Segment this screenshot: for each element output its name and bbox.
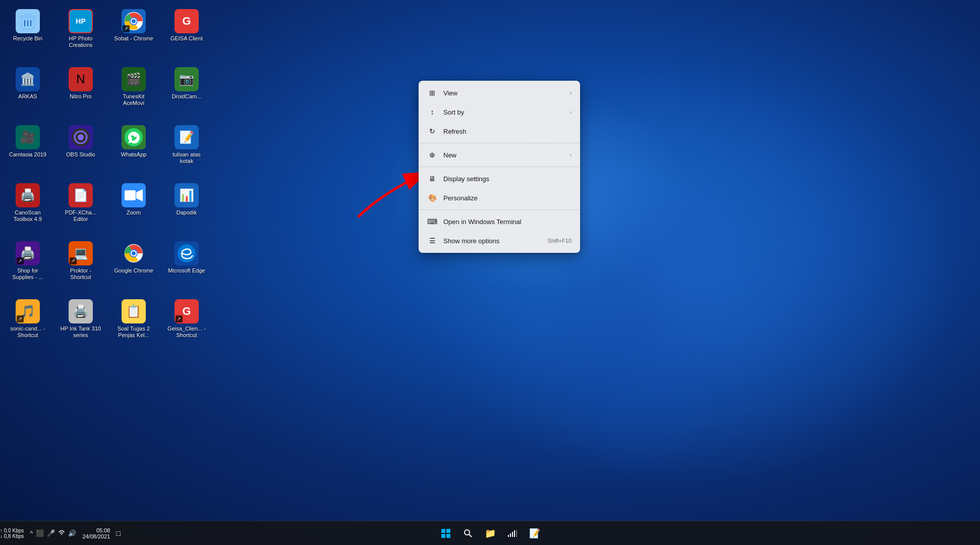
menu-chevron-view: › [570,90,571,96]
svg-rect-34 [516,530,517,537]
svg-line-29 [469,534,472,537]
desktop-icon-hp-photo[interactable]: HPHP Photo Creations [58,5,103,61]
icon-label-arkas: ARKAS [18,93,37,100]
tray-expand[interactable]: ^ [30,529,33,537]
icon-label-camtasia: Camtasia 2019 [9,151,46,158]
desktop-icon-hp-ink[interactable]: 🖨️HP Ink Tank 310 series [58,295,103,351]
desktop-icon-tuneskit[interactable]: 🎬TunesKit AceMovi [111,63,156,119]
notes-button[interactable]: 📝 [525,523,545,543]
desktop-icon-google-chrome[interactable]: Google Chrome [111,237,156,293]
mic-icon[interactable]: 🎤 [47,529,55,537]
menu-label-new: New [443,151,564,159]
svg-rect-5 [25,14,31,16]
time: 05:08 [96,527,110,533]
icon-label-google-chrome: Google Chrome [114,267,153,274]
desktop-icon-camtasia[interactable]: 🎥Camtasia 2019 [5,121,50,177]
desktop-icon-geisa-client[interactable]: GGEISA Client [164,5,209,61]
svg-rect-15 [125,190,136,200]
menu-icon-personalize: 🎨 [427,193,437,203]
icon-label-sobat-chrome: Sobat - Chrome [114,35,153,42]
desktop-icon-droidcam[interactable]: 📷DroidCam... [164,63,209,119]
notification-icon[interactable]: □ [116,529,120,537]
clock[interactable]: 05:08 24/08/2021 [80,527,112,539]
file-explorer-button[interactable]: 📁 [480,523,500,543]
menu-label-show-more: Show more options [443,237,542,245]
network-button[interactable] [502,523,523,543]
desktop-icon-tulisan[interactable]: 📝tulisan atas kotak [164,121,209,177]
icon-label-pdfxcha: PDF-XCha... Editor [60,209,101,223]
antivirus-icon: ⬛ [36,529,44,537]
menu-chevron-sort-by: › [570,110,571,115]
menu-icon-open-terminal: ⌨ [427,216,437,227]
icon-label-hp-ink: HP Ink Tank 310 series [60,325,101,339]
desktop-icon-pdfxcha[interactable]: 📄PDF-XCha... Editor [58,179,103,235]
menu-item-personalize[interactable]: 🎨Personalize [419,188,580,207]
system-tray[interactable]: ^ ⬛ 🎤 🔊 [30,529,76,537]
menu-label-open-terminal: Open in Windows Terminal [443,218,571,226]
desktop-icon-obs-studio[interactable]: OBS Studio [58,121,103,177]
svg-rect-31 [510,533,511,537]
menu-chevron-new: › [570,152,571,158]
network-speed: ↑ 0,0 Kbps ↓ 0,8 Kbps [0,528,24,539]
icon-label-geisa-client: GEISA Client [170,35,203,42]
icon-label-whatsapp: WhatsApp [121,151,147,158]
menu-item-refresh[interactable]: ↻Refresh [419,122,580,141]
menu-item-sort-by[interactable]: ↕Sort by› [419,102,580,122]
desktop-icon-whatsapp[interactable]: WhatsApp [111,121,156,177]
desktop-icon-proktor[interactable]: 💻↗Proktor - Shortcut [58,237,103,293]
menu-item-new[interactable]: ⊕New› [419,145,580,165]
desktop-icons-grid: Recycle BinHPHP Photo Creations ↗Sobat -… [0,0,219,356]
network-speed-down: ↓ 0,8 Kbps [0,533,24,539]
menu-item-open-terminal[interactable]: ⌨Open in Windows Terminal [419,212,580,231]
start-button[interactable] [436,523,456,543]
desktop-icon-ms-edge[interactable]: Microsoft Edge [164,237,209,293]
context-menu: ⊞View›↕Sort by›↻Refresh⊕New›🖥Display set… [419,81,580,253]
shortcut-arrow-indicator: ↗ [176,315,183,322]
shortcut-arrow-indicator: ↗ [17,257,24,264]
menu-item-show-more[interactable]: ☰Show more optionsShift+F10 [419,231,580,250]
menu-icon-show-more: ☰ [427,236,437,246]
desktop-icon-soal-tugas[interactable]: 📋Soal Tugas 2 Penjas Kel... [111,295,156,351]
menu-icon-refresh: ↻ [427,126,437,136]
menu-item-display-settings[interactable]: 🖥Display settings [419,169,580,188]
desktop-icon-canoscan[interactable]: 🖨️CanoScan Toolbox 4.9 [5,179,50,235]
icon-label-zoom: Zoom [127,209,141,216]
icon-label-geisa-client2: Geisa_Clien... - Shortcut [166,325,207,339]
menu-label-personalize: Personalize [443,194,571,202]
icon-label-recycle-bin: Recycle Bin [13,35,42,42]
search-button[interactable] [458,523,478,543]
volume-icon[interactable]: 🔊 [68,529,76,537]
menu-icon-new: ⊕ [427,150,437,160]
desktop-icon-shop-supplies[interactable]: 🖨️↗Shop for Supplies - ... [5,237,50,293]
menu-icon-view: ⊞ [427,88,437,98]
svg-point-21 [132,251,136,255]
shortcut-arrow-indicator: ↗ [17,315,24,322]
menu-icon-sort-by: ↕ [427,107,437,117]
icon-label-shop-supplies: Shop for Supplies - ... [7,267,48,281]
menu-divider [419,143,580,143]
svg-rect-24 [441,529,445,533]
menu-label-sort-by: Sort by [443,108,564,116]
desktop-icon-nitro-pro[interactable]: NNitro Pro [58,63,103,119]
desktop-icon-dapodik[interactable]: 📊Dapodik [164,179,209,235]
desktop-icon-sobat-chrome[interactable]: ↗Sobat - Chrome [111,5,156,61]
taskbar-center: 📁 📝 [436,523,545,543]
menu-label-view: View [443,89,564,97]
taskbar: 📁 📝 ↑ 0,0 Kbps ↓ 0,8 Kbps ^ ⬛ 🎤 [0,521,980,545]
desktop-icon-recycle-bin[interactable]: Recycle Bin [5,5,50,61]
icon-label-proktor: Proktor - Shortcut [60,267,101,281]
desktop-icon-sonic-cand[interactable]: 🎵↗sonic-cand... - Shortcut [5,295,50,351]
desktop-icon-geisa-client2[interactable]: G↗Geisa_Clien... - Shortcut [164,295,209,351]
svg-point-28 [465,530,470,535]
svg-point-22 [178,244,196,262]
icon-label-canoscan: CanoScan Toolbox 4.9 [7,209,48,223]
svg-rect-26 [441,534,445,538]
icon-label-hp-photo: HP Photo Creations [60,35,101,48]
menu-item-view[interactable]: ⊞View› [419,83,580,102]
desktop-icon-zoom[interactable]: Zoom [111,179,156,235]
svg-rect-33 [514,530,515,537]
desktop-icon-arkas[interactable]: 🏛️ARKAS [5,63,50,119]
date: 24/08/2021 [82,533,110,539]
menu-icon-display-settings: 🖥 [427,174,437,184]
wifi-icon[interactable] [58,529,65,537]
